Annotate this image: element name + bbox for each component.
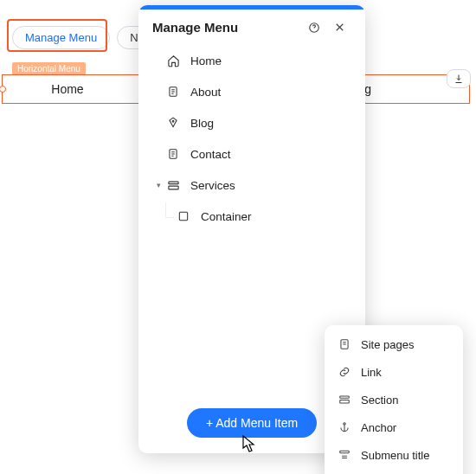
svg-rect-11 (340, 451, 350, 452)
svg-rect-4 (168, 182, 177, 184)
page-icon (164, 86, 182, 98)
panel-header: Manage Menu (138, 10, 365, 43)
menu-item-home[interactable]: Home (3, 82, 132, 96)
home-icon (164, 54, 182, 67)
popup-option-label: Section (361, 394, 398, 407)
popup-option-link[interactable]: Link (325, 358, 463, 386)
close-icon (334, 22, 345, 33)
tree-guide (165, 202, 174, 218)
menu-row-blog[interactable]: Blog (147, 107, 357, 138)
menu-row-services[interactable]: ▾ Services (147, 170, 357, 201)
manage-menu-pill[interactable]: Manage Menu (12, 26, 110, 49)
download-icon (453, 74, 464, 84)
caret-down-icon[interactable]: ▾ (154, 181, 163, 189)
popup-option-label: Site pages (361, 338, 414, 351)
svg-rect-6 (179, 212, 187, 220)
panel-title: Manage Menu (152, 20, 299, 35)
menu-row-about[interactable]: About (147, 76, 357, 107)
popup-option-label: Link (361, 366, 382, 379)
menu-row-label: Services (190, 179, 235, 192)
popup-option-label: Submenu title (361, 449, 430, 462)
menu-row-container[interactable]: Container (168, 201, 357, 232)
menu-row-label: Blog (190, 117, 214, 130)
element-tag: Horizontal Menu (12, 62, 86, 75)
svg-rect-5 (168, 186, 177, 189)
popup-option-mega-menu[interactable]: Mega menu (325, 469, 463, 474)
section-icon (337, 394, 352, 406)
svg-rect-9 (340, 400, 350, 404)
menu-row-contact[interactable]: Contact (147, 138, 357, 170)
popup-option-label: Anchor (361, 421, 396, 434)
page-icon (337, 338, 352, 350)
square-icon (175, 210, 192, 222)
help-button[interactable] (308, 22, 325, 34)
download-button[interactable] (447, 69, 471, 88)
add-menu-item-button[interactable]: + Add Menu Item (187, 408, 317, 438)
add-item-popup: Site pages Link Section Anchor Submenu t… (325, 325, 463, 474)
popup-option-anchor[interactable]: Anchor (325, 413, 463, 441)
menu-row-label: Container (201, 210, 252, 223)
submenu-icon (337, 449, 352, 461)
svg-rect-8 (340, 396, 350, 398)
menu-row-home[interactable]: Home (147, 45, 357, 76)
link-icon (337, 366, 352, 378)
menu-row-label: Home (190, 54, 222, 67)
page-icon (164, 148, 182, 160)
menu-row-label: Contact (190, 148, 231, 161)
popup-option-submenu[interactable]: Submenu title (325, 441, 463, 469)
popup-option-site-pages[interactable]: Site pages (325, 330, 463, 358)
anchor-icon (337, 421, 352, 433)
editor-toolbar: Manage Menu Na (12, 26, 158, 49)
popup-option-section[interactable]: Section (325, 386, 463, 413)
svg-point-10 (344, 423, 345, 425)
close-button[interactable] (334, 22, 351, 33)
section-icon (164, 179, 182, 192)
svg-point-2 (172, 120, 174, 122)
menu-row-label: About (190, 86, 221, 99)
pen-icon (164, 117, 182, 129)
help-icon (308, 22, 320, 34)
